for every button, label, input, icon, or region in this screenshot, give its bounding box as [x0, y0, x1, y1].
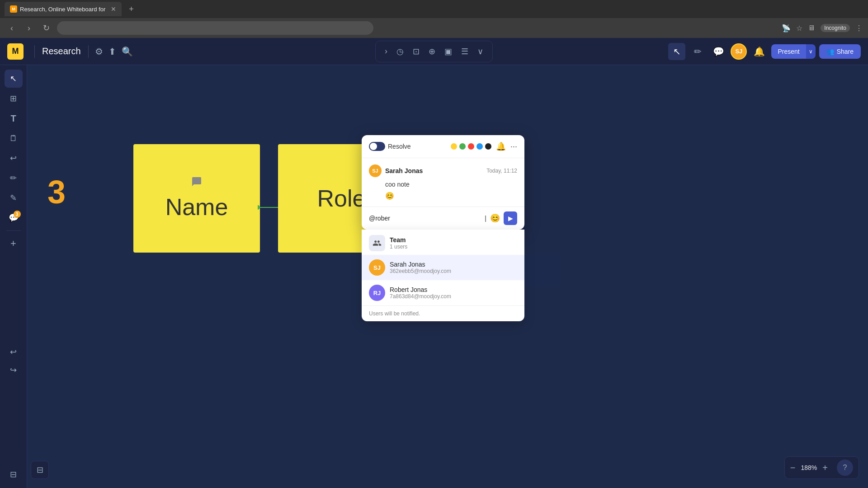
sticky-note-name[interactable]: Name — [133, 144, 260, 253]
cursor-tool-btn[interactable]: ↖ — [668, 43, 685, 60]
comments-tool[interactable]: 💬 3 — [5, 209, 23, 227]
zoom-in-button[interactable]: + — [822, 463, 828, 473]
mention-footer: Users will be notified. — [362, 305, 524, 321]
comment-header: Resolve 🔔 ··· — [362, 135, 524, 158]
panel-bell-button[interactable]: 🔔 — [496, 141, 506, 151]
pencil-tool[interactable]: ✎ — [5, 189, 23, 207]
sticky-note-tool[interactable]: 🗒 — [5, 129, 23, 147]
browser-titlebar: M Research, Online Whiteboard for ✕ + — [0, 0, 868, 18]
settings-button[interactable]: ⚙ — [92, 43, 106, 60]
send-button[interactable]: ▶ — [504, 211, 517, 225]
bottom-panel-toggle[interactable]: ⊟ — [31, 461, 49, 479]
emoji-picker-button[interactable]: 😊 — [490, 213, 500, 223]
color-dot-black[interactable] — [485, 143, 491, 150]
frames-tool[interactable]: ⊞ — [5, 89, 23, 108]
redo-tool[interactable]: ↪ — [5, 361, 23, 379]
panel-more-button[interactable]: ··· — [510, 142, 517, 151]
app-topbar: M Research ⚙ ⬆ 🔍 › ◷ ⊡ ⊕ ▣ ☰ ∨ — [0, 38, 868, 65]
resolve-toggle[interactable]: Resolve — [369, 142, 411, 151]
list-btn[interactable]: ☰ — [458, 44, 472, 59]
shapes-tool[interactable]: ↩ — [5, 149, 23, 167]
back-button[interactable]: ‹ — [5, 22, 18, 34]
settings-icon: ⚙ — [95, 46, 103, 57]
address-bar[interactable]: miro.com/app/board/uXjVMqiA6d4=/ — [57, 21, 373, 35]
browser-tab[interactable]: M Research, Online Whiteboard for ✕ — [5, 2, 122, 16]
select-tool[interactable]: ↖ — [5, 70, 23, 88]
present-dropdown-button[interactable]: ∨ — [806, 44, 816, 59]
mention-user-robert-info: Robert Jonas 7a863d84@moodjoy.com — [390, 286, 451, 300]
mention-item-sarah[interactable]: SJ Sarah Jonas 362eebb5@moodjoy.com — [362, 255, 524, 280]
sticky-note-name-text: Name — [165, 193, 228, 221]
app-area: M Research ⚙ ⬆ 🔍 › ◷ ⊡ ⊕ ▣ ☰ ∨ — [0, 38, 868, 488]
frame-btn[interactable]: ⊡ — [409, 44, 423, 59]
comment-time: Today, 11:12 — [486, 168, 517, 174]
menu-icon[interactable]: ⋮ — [855, 24, 863, 33]
mention-section-header: Team 1 users — [362, 230, 524, 255]
mention-name-sarah: Sarah Jonas — [390, 261, 451, 268]
forward-icon-btn[interactable]: › — [381, 44, 391, 59]
present-button[interactable]: Present — [771, 44, 806, 59]
comment-tool-btn[interactable]: 💬 — [710, 43, 727, 60]
color-dot-blue[interactable] — [476, 143, 483, 150]
color-dot-yellow[interactable] — [451, 143, 457, 150]
mention-email-sarah: 362eebb5@moodjoy.com — [390, 268, 451, 274]
miro-logo: M — [7, 43, 24, 60]
cast-icon: 📡 — [782, 24, 791, 33]
board-name[interactable]: Research — [38, 44, 85, 58]
comment-emoji-react-button[interactable]: 😊 — [385, 192, 394, 200]
card-btn[interactable]: ▣ — [441, 44, 456, 59]
canvas-content[interactable]: 3 Name Role — [27, 65, 868, 488]
toggle-switch[interactable] — [369, 142, 385, 151]
pen-tool-btn[interactable]: ✏ — [689, 43, 706, 60]
canvas-area: ↖ ⊞ T 🗒 ↩ ✏ ✎ 💬 3 + ↩ ↪ ⊟ — [0, 65, 868, 488]
svg-point-1 — [258, 205, 260, 210]
new-tab-button[interactable]: + — [125, 3, 137, 16]
color-dots — [451, 143, 491, 150]
tab-close-button[interactable]: ✕ — [111, 5, 116, 13]
center-toolbar: › ◷ ⊡ ⊕ ▣ ☰ ∨ — [375, 41, 493, 62]
resolve-label: Resolve — [388, 143, 411, 150]
share-button[interactable]: 👥 Share — [819, 44, 861, 59]
miro-logo-icon[interactable]: M — [7, 43, 24, 60]
comment-input[interactable] — [369, 215, 481, 222]
bell-button[interactable]: 🔔 — [750, 43, 768, 60]
sidebar-bottom: ↩ ↪ — [5, 339, 23, 379]
present-share-group: Present ∨ — [771, 44, 815, 59]
mention-email-robert: 7a863d84@moodjoy.com — [390, 293, 451, 300]
search-button[interactable]: 🔍 — [119, 43, 136, 60]
comments-badge: 3 — [14, 211, 21, 218]
comment-author-avatar: SJ — [369, 164, 382, 177]
right-toolbar: ↖ ✏ 💬 SJ 🔔 Present ∨ 👥 Share — [668, 43, 861, 60]
more-btn[interactable]: ∨ — [474, 44, 487, 59]
color-dot-red[interactable] — [468, 143, 474, 150]
user-avatar[interactable]: SJ — [731, 43, 747, 60]
mention-item-robert[interactable]: RJ Robert Jonas 7a863d84@moodjoy.com — [362, 280, 524, 305]
add-tool[interactable]: + — [5, 235, 23, 253]
browser-controls: ‹ › ↻ miro.com/app/board/uXjVMqiA6d4=/ 📡… — [0, 18, 868, 38]
comment-panel: Resolve 🔔 ··· — [362, 135, 524, 230]
incognito-badge: Incognito — [821, 24, 850, 32]
undo-tool[interactable]: ↩ — [5, 343, 23, 361]
sidebar-divider — [6, 230, 21, 231]
reload-button[interactable]: ↻ — [40, 22, 52, 34]
search-icon: 🔍 — [122, 46, 133, 57]
topbar-divider-1 — [34, 45, 35, 58]
browser-icons: 📡 ☆ 🖥 Incognito ⋮ — [782, 24, 863, 33]
mention-section-icon — [369, 235, 385, 251]
upload-button[interactable]: ⬆ — [106, 43, 119, 60]
color-dot-green[interactable] — [459, 143, 466, 150]
timer-btn[interactable]: ◷ — [393, 44, 407, 59]
share-label: Share — [837, 48, 854, 55]
mention-avatar-robert: RJ — [369, 285, 385, 301]
tab-title: Research, Online Whiteboard for — [20, 6, 105, 13]
panel-toggle-tool[interactable]: ⊟ — [5, 465, 23, 483]
target-btn[interactable]: ⊕ — [425, 44, 439, 59]
pen-tool[interactable]: ✏ — [5, 169, 23, 187]
help-button[interactable]: ? — [837, 460, 853, 476]
comment-author-name: Sarah Jonas — [385, 167, 423, 174]
forward-button[interactable]: › — [23, 22, 35, 34]
desktop-icon: 🖥 — [808, 24, 815, 32]
zoom-out-button[interactable]: − — [790, 463, 796, 473]
mention-avatar-sarah: SJ — [369, 259, 385, 276]
text-tool[interactable]: T — [5, 109, 23, 127]
